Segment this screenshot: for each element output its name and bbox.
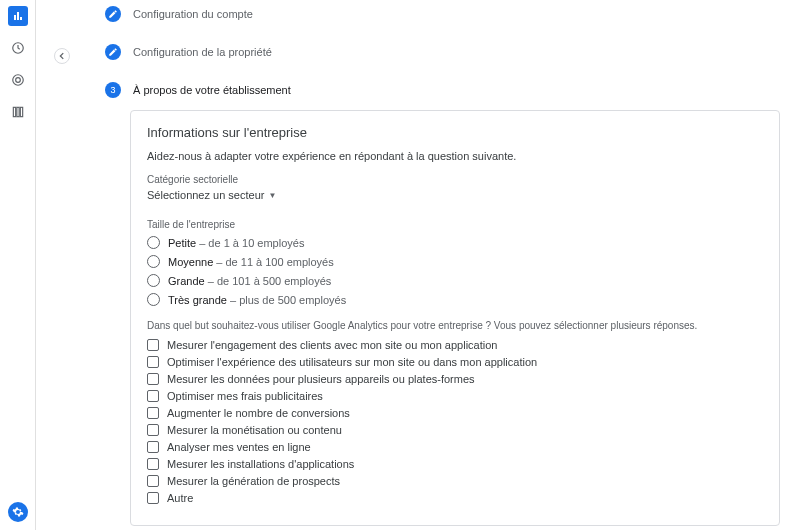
radio-icon: [147, 274, 160, 287]
main-content: Configuration du compte Configuration de…: [90, 0, 790, 530]
business-info-card: Informations sur l'entreprise Aidez-nous…: [130, 110, 780, 526]
sidebar: [0, 0, 36, 530]
svg-point-5: [15, 78, 20, 83]
checkbox-icon: [147, 475, 159, 487]
checkbox-icon: [147, 492, 159, 504]
checkbox-label: Mesurer la monétisation ou contenu: [167, 424, 342, 436]
svg-rect-6: [13, 107, 15, 116]
goal-checkbox-9[interactable]: Autre: [147, 492, 763, 504]
radio-icon: [147, 236, 160, 249]
size-radio-3[interactable]: Très grande – plus de 500 employés: [147, 293, 763, 306]
checkbox-icon: [147, 407, 159, 419]
check-icon: [105, 6, 121, 22]
radio-icon: [147, 255, 160, 268]
goal-checkbox-8[interactable]: Mesurer la génération de prospects: [147, 475, 763, 487]
step-label: Configuration de la propriété: [133, 46, 272, 58]
svg-rect-1: [17, 12, 19, 20]
radio-label: Grande – de 101 à 500 employés: [168, 275, 331, 287]
checkbox-label: Mesurer la génération de prospects: [167, 475, 340, 487]
checkbox-label: Analyser mes ventes en ligne: [167, 441, 311, 453]
checkbox-label: Autre: [167, 492, 193, 504]
step-label: À propos de votre établissement: [133, 84, 291, 96]
step-number-icon: 3: [105, 82, 121, 98]
card-title: Informations sur l'entreprise: [131, 111, 779, 150]
goal-checkbox-5[interactable]: Mesurer la monétisation ou contenu: [147, 424, 763, 436]
checkbox-label: Optimiser mes frais publicitaires: [167, 390, 323, 402]
radio-icon: [147, 293, 160, 306]
library-icon[interactable]: [8, 102, 28, 122]
sector-label: Catégorie sectorielle: [147, 174, 763, 185]
radio-label: Petite – de 1 à 10 employés: [168, 237, 304, 249]
checkbox-icon: [147, 339, 159, 351]
size-radio-2[interactable]: Grande – de 101 à 500 employés: [147, 274, 763, 287]
check-icon: [105, 44, 121, 60]
checkbox-label: Optimiser l'expérience des utilisateurs …: [167, 356, 537, 368]
checkbox-icon: [147, 458, 159, 470]
chevron-down-icon: ▼: [268, 191, 276, 200]
checkbox-label: Mesurer les données pour plusieurs appar…: [167, 373, 475, 385]
step-about-business: 3 À propos de votre établissement: [105, 82, 790, 98]
svg-rect-0: [14, 15, 16, 20]
step-account-config[interactable]: Configuration du compte: [105, 6, 790, 22]
bar-chart-icon[interactable]: [8, 6, 28, 26]
svg-rect-2: [20, 17, 22, 20]
sector-select[interactable]: Sélectionnez un secteur ▼: [147, 189, 763, 201]
checkbox-icon: [147, 390, 159, 402]
sector-value: Sélectionnez un secteur: [147, 189, 264, 201]
checkbox-label: Mesurer les installations d'applications: [167, 458, 354, 470]
help-text: Aidez-nous à adapter votre expérience en…: [147, 150, 763, 162]
collapse-panel-button[interactable]: [54, 48, 70, 64]
goal-checkbox-0[interactable]: Mesurer l'engagement des clients avec mo…: [147, 339, 763, 351]
checkbox-icon: [147, 356, 159, 368]
radio-label: Très grande – plus de 500 employés: [168, 294, 346, 306]
clock-icon[interactable]: [8, 38, 28, 58]
checkbox-label: Mesurer l'engagement des clients avec mo…: [167, 339, 497, 351]
goal-checkbox-4[interactable]: Augmenter le nombre de conversions: [147, 407, 763, 419]
size-label: Taille de l'entreprise: [147, 219, 763, 230]
size-radio-1[interactable]: Moyenne – de 11 à 100 employés: [147, 255, 763, 268]
step-property-config[interactable]: Configuration de la propriété: [105, 44, 790, 60]
checkbox-label: Augmenter le nombre de conversions: [167, 407, 350, 419]
goal-checkbox-7[interactable]: Mesurer les installations d'applications: [147, 458, 763, 470]
radio-label: Moyenne – de 11 à 100 employés: [168, 256, 334, 268]
target-icon[interactable]: [8, 70, 28, 90]
goal-checkbox-6[interactable]: Analyser mes ventes en ligne: [147, 441, 763, 453]
goal-checkbox-1[interactable]: Optimiser l'expérience des utilisateurs …: [147, 356, 763, 368]
checkbox-icon: [147, 373, 159, 385]
step-label: Configuration du compte: [133, 8, 253, 20]
gear-icon[interactable]: [8, 502, 28, 522]
goal-question: Dans quel but souhaitez-vous utiliser Go…: [147, 320, 763, 331]
svg-rect-7: [16, 107, 18, 116]
goal-checkbox-3[interactable]: Optimiser mes frais publicitaires: [147, 390, 763, 402]
svg-rect-8: [20, 107, 22, 116]
size-radio-0[interactable]: Petite – de 1 à 10 employés: [147, 236, 763, 249]
goal-checkbox-2[interactable]: Mesurer les données pour plusieurs appar…: [147, 373, 763, 385]
svg-point-4: [12, 75, 23, 86]
checkbox-icon: [147, 424, 159, 436]
checkbox-icon: [147, 441, 159, 453]
